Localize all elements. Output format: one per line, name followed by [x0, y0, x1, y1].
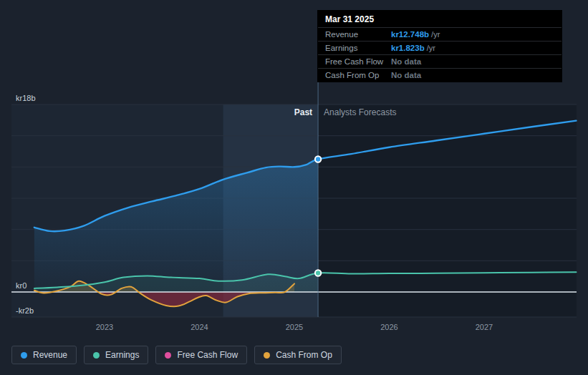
earnings-legend-dot-icon [93, 352, 100, 359]
legend-item-earnings[interactable]: Earnings [84, 346, 148, 364]
tooltip-label-earnings: Earnings [325, 44, 391, 52]
earnings-marker-dot [315, 270, 321, 276]
revenue-legend-dot-icon [21, 352, 27, 359]
legend-label-revenue: Revenue [33, 350, 67, 360]
tooltip-suffix-earnings: /yr [427, 44, 435, 52]
x-axis-label: 2023 [96, 323, 113, 331]
legend-item-free-cash-flow[interactable]: Free Cash Flow [155, 346, 247, 364]
x-axis-label: 2027 [476, 323, 493, 331]
legend-label-earnings: Earnings [105, 350, 139, 360]
chart-legend: Revenue Earnings Free Cash Flow Cash Fro… [11, 346, 342, 364]
legend-label-cash-from-op: Cash From Op [276, 350, 332, 360]
cash-from-op-legend-dot-icon [264, 352, 270, 359]
forecast-region-background [318, 104, 577, 317]
tooltip-row-free-cash-flow: Free Cash Flow No data [318, 54, 562, 68]
tooltip-suffix-revenue: /yr [431, 30, 440, 39]
stock-financials-chart-page: kr18bkr0-kr2b20232024202520262027PastAna… [0, 0, 588, 375]
tooltip-row-earnings: Earnings kr1.823b /yr [318, 41, 562, 54]
tooltip-value-cash-from-op: No data [391, 71, 421, 79]
tooltip-label-cash-from-op: Cash From Op [325, 71, 391, 79]
tooltip-row-revenue: Revenue kr12.748b /yr [318, 27, 562, 41]
legend-item-cash-from-op[interactable]: Cash From Op [254, 346, 342, 364]
analysts-forecasts-label: Analysts Forecasts [324, 107, 396, 117]
chart-tooltip: Mar 31 2025 Revenue kr12.748b /yr Earnin… [317, 10, 562, 82]
revenue-marker-dot [315, 156, 321, 162]
x-axis-label: 2026 [380, 323, 397, 331]
tooltip-value-earnings: kr1.823b [391, 44, 425, 52]
tooltip-label-revenue: Revenue [325, 30, 391, 39]
legend-item-revenue[interactable]: Revenue [11, 346, 77, 364]
y-axis-label: kr0 [16, 281, 26, 290]
x-axis-label: 2024 [191, 323, 208, 331]
tooltip-value-free-cash-flow: No data [391, 57, 421, 66]
free-cash-flow-legend-dot-icon [165, 352, 171, 359]
tooltip-date: Mar 31 2025 [318, 11, 562, 27]
x-axis-label: 2025 [286, 323, 303, 331]
tooltip-label-free-cash-flow: Free Cash Flow [325, 57, 391, 66]
past-label: Past [294, 107, 312, 117]
tooltip-row-cash-from-op: Cash From Op No data [318, 68, 562, 82]
y-axis-label: kr18b [16, 94, 36, 102]
y-axis-label: -kr2b [16, 306, 34, 315]
tooltip-value-revenue: kr12.748b [391, 30, 429, 39]
legend-label-free-cash-flow: Free Cash Flow [177, 350, 238, 360]
